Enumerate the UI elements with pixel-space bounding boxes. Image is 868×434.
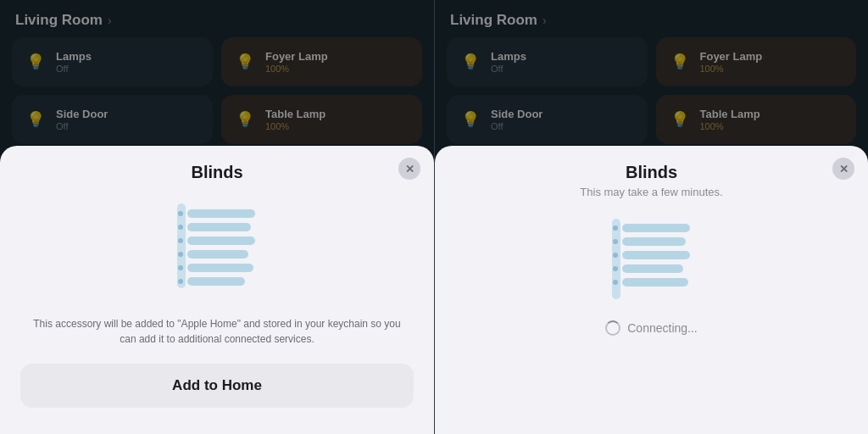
svg-rect-18	[622, 278, 688, 287]
svg-rect-14	[622, 224, 690, 232]
svg-point-12	[178, 279, 183, 284]
svg-rect-5	[187, 264, 253, 272]
svg-rect-0	[177, 203, 186, 288]
svg-point-8	[178, 225, 183, 230]
right-modal-overlay: ✕ Blinds This may take a few minutes.	[435, 0, 868, 434]
svg-point-21	[613, 253, 618, 258]
right-modal-close-button[interactable]: ✕	[832, 158, 854, 180]
svg-rect-17	[622, 264, 683, 273]
svg-point-11	[178, 265, 183, 270]
right-modal-subtitle: This may take a few minutes.	[455, 186, 848, 198]
left-modal-overlay: ✕ Blinds	[0, 0, 434, 434]
left-modal-close-button[interactable]: ✕	[398, 158, 420, 180]
left-blinds-illustration	[20, 191, 414, 301]
svg-rect-16	[622, 251, 690, 259]
right-blinds-illustration	[455, 212, 848, 305]
left-panel: Living Room › 💡 Lamps Off 💡 Foyer Lamp 1…	[0, 0, 434, 434]
svg-rect-13	[612, 219, 620, 299]
left-modal-sheet: ✕ Blinds	[0, 146, 434, 434]
svg-rect-2	[187, 223, 251, 231]
right-panel: Living Room › 💡 Lamps Off 💡 Foyer Lamp 1…	[434, 0, 868, 434]
svg-point-9	[178, 238, 183, 243]
svg-rect-1	[187, 209, 255, 218]
svg-point-10	[178, 252, 183, 257]
svg-point-7	[178, 211, 183, 216]
add-to-home-button[interactable]: Add to Home	[20, 364, 414, 408]
svg-point-20	[613, 239, 618, 244]
svg-rect-3	[187, 236, 255, 245]
left-modal-title: Blinds	[20, 163, 414, 182]
left-modal-description: This accessory will be added to "Apple H…	[20, 316, 414, 347]
blinds-svg	[162, 191, 272, 301]
svg-point-23	[613, 280, 618, 285]
svg-rect-6	[187, 277, 245, 286]
svg-point-19	[613, 225, 618, 231]
connecting-spinner	[605, 320, 620, 336]
svg-point-22	[613, 266, 618, 271]
connecting-row: Connecting...	[455, 320, 848, 336]
right-modal-sheet: ✕ Blinds This may take a few minutes.	[435, 146, 868, 434]
svg-rect-15	[622, 237, 686, 246]
svg-rect-4	[187, 250, 248, 259]
right-modal-title: Blinds	[455, 163, 848, 182]
connecting-text: Connecting...	[627, 321, 698, 335]
right-blinds-svg	[597, 212, 707, 305]
